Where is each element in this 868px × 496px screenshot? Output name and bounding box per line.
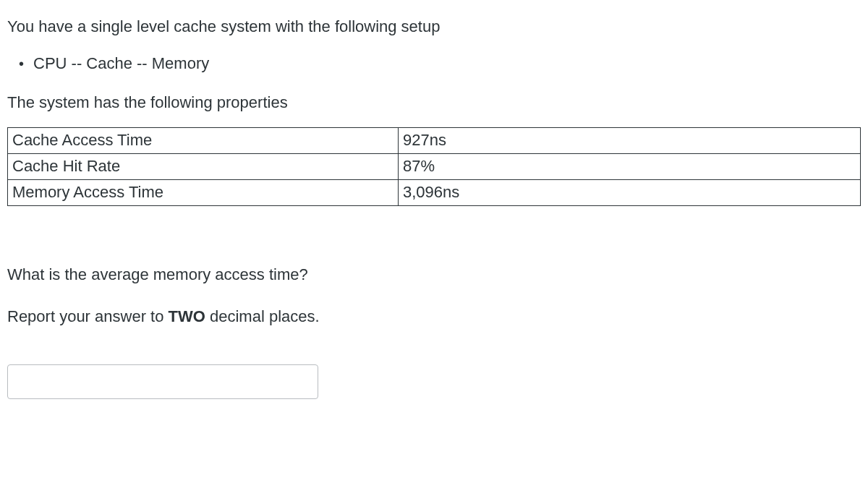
property-label: Cache Hit Rate bbox=[8, 153, 399, 179]
property-label: Memory Access Time bbox=[8, 179, 399, 205]
properties-table: Cache Access Time 927ns Cache Hit Rate 8… bbox=[7, 127, 861, 206]
property-value: 3,096ns bbox=[399, 179, 861, 205]
property-value: 927ns bbox=[399, 127, 861, 153]
setup-list: CPU -- Cache -- Memory bbox=[7, 54, 861, 73]
question-text: What is the average memory access time? bbox=[7, 264, 861, 286]
intro-text: You have a single level cache system wit… bbox=[7, 16, 861, 38]
table-row: Cache Hit Rate 87% bbox=[8, 153, 861, 179]
table-row: Cache Access Time 927ns bbox=[8, 127, 861, 153]
setup-list-item: CPU -- Cache -- Memory bbox=[29, 54, 861, 73]
answer-input[interactable] bbox=[7, 364, 318, 399]
properties-intro: The system has the following properties bbox=[7, 92, 861, 114]
table-row: Memory Access Time 3,096ns bbox=[8, 179, 861, 205]
instruction-prefix: Report your answer to bbox=[7, 307, 169, 325]
instruction-suffix: decimal places. bbox=[205, 307, 320, 325]
property-label: Cache Access Time bbox=[8, 127, 399, 153]
instruction-text: Report your answer to TWO decimal places… bbox=[7, 306, 861, 328]
instruction-bold: TWO bbox=[169, 307, 205, 325]
property-value: 87% bbox=[399, 153, 861, 179]
